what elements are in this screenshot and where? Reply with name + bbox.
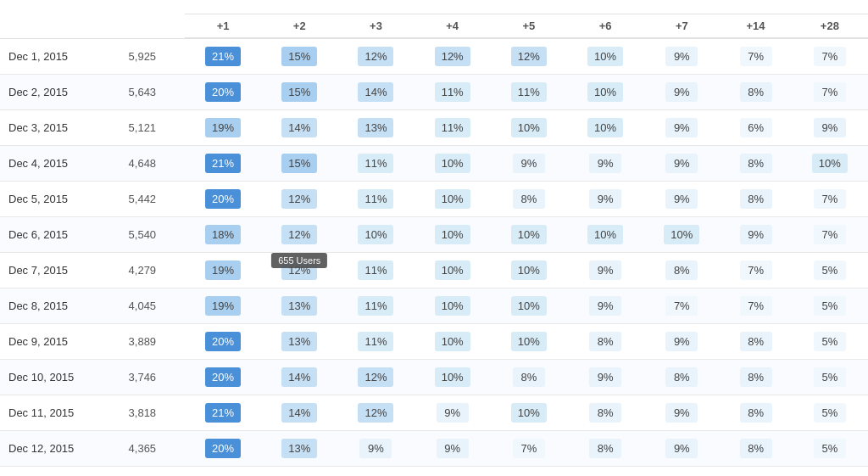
cell-users: 3,889 <box>120 324 185 360</box>
cell-value: 14% <box>261 360 337 395</box>
cell-badge: 8% <box>665 260 698 280</box>
cell-day: Dec 1, 2015 <box>0 38 120 75</box>
cell-value: 10% <box>415 146 491 182</box>
cell-users: 4,045 <box>120 288 185 324</box>
cell-value: 9% <box>643 146 720 182</box>
cell-value: 10% <box>415 360 491 395</box>
cell-badge: 10% <box>664 225 699 244</box>
cell-badge: 11% <box>435 118 470 137</box>
retention-table-container: +1+2+3+4+5+6+7+14+28 Dec 1, 20155,92521%… <box>0 0 868 467</box>
cell-badge: 10% <box>435 367 470 387</box>
cell-value: 12% <box>261 182 337 217</box>
cell-value: 5% <box>792 360 868 395</box>
table-row: Dec 8, 20154,04519%13%11%10%10%9%7%7%5% <box>0 288 868 324</box>
cell-value: 8% <box>720 146 791 182</box>
cell-value: 8% <box>491 360 567 395</box>
cell-badge: 9% <box>665 47 698 66</box>
cell-value: 10% <box>567 110 643 146</box>
cell-value: 8% <box>491 182 567 217</box>
col-header-day-offset: +6 <box>567 14 643 39</box>
cell-value: 14% <box>261 110 337 146</box>
cell-badge: 13% <box>281 296 317 316</box>
cell-users: 5,121 <box>120 110 185 146</box>
cell-badge: 10% <box>587 47 623 66</box>
cell-badge: 15% <box>281 154 317 173</box>
cell-value: 9% <box>415 431 491 467</box>
cell-value: 10% <box>491 395 567 431</box>
cell-value: 9% <box>720 217 791 253</box>
col-header-day-offset: +7 <box>643 14 720 39</box>
cell-value: 8% <box>720 324 791 360</box>
cell-value: 7% <box>792 182 868 217</box>
cell-value: 8% <box>720 431 791 467</box>
cell-badge: 9% <box>513 154 545 173</box>
cell-value: 5% <box>792 324 868 360</box>
cell-badge: 8% <box>513 367 545 387</box>
cell-badge: 10% <box>435 260 470 280</box>
cell-value: 20% <box>185 75 261 110</box>
cell-value: 8% <box>720 360 791 395</box>
cell-value: 9% <box>415 395 491 431</box>
cell-badge: 9% <box>589 260 621 280</box>
tooltip: 655 Users <box>271 253 327 268</box>
cell-badge: 5% <box>814 403 846 423</box>
cell-day: Dec 12, 2015 <box>0 431 120 467</box>
cell-badge: 7% <box>740 260 772 280</box>
cell-badge: 9% <box>589 189 621 209</box>
col-header-day-offset: +1 <box>185 14 261 39</box>
cell-badge: 11% <box>435 82 470 102</box>
cell-value: 10% <box>415 324 491 360</box>
cell-badge: 9% <box>814 118 846 137</box>
cell-value: 20% <box>185 360 261 395</box>
cell-value: 20% <box>185 431 261 467</box>
cell-badge: 8% <box>589 403 621 423</box>
cell-badge: 12% <box>358 403 393 423</box>
cell-badge: 12% <box>358 367 393 387</box>
cell-value: 7% <box>792 38 868 75</box>
cell-users: 4,648 <box>120 146 185 182</box>
cell-badge: 14% <box>281 367 317 387</box>
cell-value: 13% <box>337 110 414 146</box>
cell-badge: 19% <box>205 296 241 316</box>
cell-badge: 13% <box>281 332 317 351</box>
table-row: Dec 9, 20153,88920%13%11%10%10%8%9%8%5% <box>0 324 868 360</box>
cell-badge: 8% <box>740 367 772 387</box>
cell-badge: 8% <box>740 332 772 351</box>
cell-value: 21% <box>185 146 261 182</box>
table-row: Dec 11, 20153,81821%14%12%9%10%8%9%8%5% <box>0 395 868 431</box>
cell-badge: 21% <box>205 403 241 423</box>
cell-value: 6% <box>720 110 791 146</box>
cell-badge: 7% <box>665 296 698 316</box>
cell-badge: 9% <box>589 154 621 173</box>
cell-badge: 19% <box>205 118 241 137</box>
cell-badge: 7% <box>814 82 846 102</box>
cell-value: 9% <box>643 182 720 217</box>
cell-value: 9% <box>567 360 643 395</box>
cell-badge: 10% <box>435 154 470 173</box>
table-row: Dec 1, 20155,92521%15%12%12%12%10%9%7%7% <box>0 38 868 75</box>
cell-badge: 5% <box>814 439 846 458</box>
cell-value: 5% <box>792 253 868 288</box>
col-header-day-offset: +2 <box>261 14 337 39</box>
cell-value: 13% <box>261 431 337 467</box>
cell-value: 8% <box>567 431 643 467</box>
cell-badge: 19% <box>205 260 241 280</box>
table-row: Dec 6, 20155,54018%12%655 Users10%10%10%… <box>0 217 868 253</box>
cell-value: 8% <box>720 182 791 217</box>
cell-badge: 8% <box>665 367 698 387</box>
table-row: Dec 2, 20155,64320%15%14%11%11%10%9%8%7% <box>0 75 868 110</box>
cell-badge: 8% <box>589 439 621 458</box>
cell-badge: 10% <box>358 225 393 244</box>
cell-users: 4,279 <box>120 253 185 288</box>
cell-badge: 9% <box>665 332 698 351</box>
cell-value: 19% <box>185 110 261 146</box>
cell-badge: 20% <box>205 82 241 102</box>
cell-day: Dec 3, 2015 <box>0 110 120 146</box>
cell-badge: 12% <box>511 47 547 66</box>
cell-day: Dec 2, 2015 <box>0 75 120 110</box>
cell-value: 10% <box>491 324 567 360</box>
cell-badge: 11% <box>511 82 547 102</box>
cell-value: 11% <box>491 75 567 110</box>
cell-value: 10% <box>491 288 567 324</box>
cell-badge: 15% <box>281 47 317 66</box>
